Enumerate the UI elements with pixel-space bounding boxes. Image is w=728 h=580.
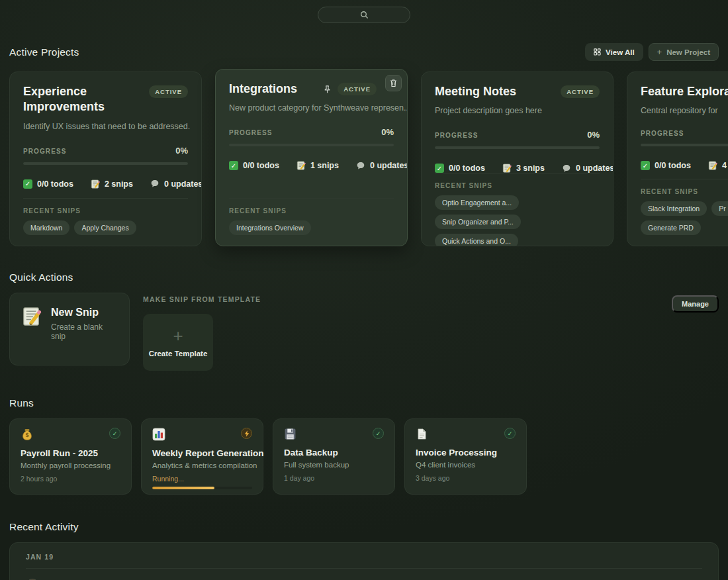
run-subtitle: Analytics & metrics compilation [152, 461, 252, 469]
progress-value: 0% [175, 146, 188, 156]
check-circle-icon: ✓ [373, 428, 384, 439]
project-title: Integrations [229, 81, 297, 97]
updates-stat: 0 updates [150, 179, 202, 189]
progress-label: PROGRESS [435, 132, 478, 139]
delete-project-button[interactable] [385, 75, 402, 91]
new-snip-title: New Snip [51, 307, 117, 318]
project-title: Experience Improvements [23, 84, 142, 115]
recent-snips-label: RECENT SNIPS [229, 207, 394, 215]
snip-chip[interactable]: Apply Changes [74, 220, 136, 235]
manage-button[interactable]: Manage [672, 295, 719, 313]
project-card-meeting-notes[interactable]: Meeting Notes ACTIVE Project description… [421, 72, 614, 246]
run-subtitle: Q4 client invoices [416, 461, 516, 469]
create-template-button[interactable]: + Create Template [143, 314, 213, 371]
view-all-button[interactable]: View All [585, 43, 643, 61]
progress-bar [435, 146, 600, 149]
project-description: Project description goes here [435, 105, 600, 117]
project-cards-row: Experience Improvements ACTIVE Identify … [9, 72, 719, 246]
run-card-weekly-report[interactable]: Weekly Report Generation Analytics & met… [141, 418, 263, 495]
snip-chip[interactable]: Integrations Overview [229, 220, 311, 235]
run-title: Invoice Processing [416, 448, 516, 458]
snip-chip[interactable]: Generate PRD [641, 220, 701, 235]
floppy-disk-icon [284, 428, 296, 440]
progress-bar [229, 144, 394, 146]
activity-timestamp: 3d ago [651, 577, 673, 580]
snip-chip[interactable]: Quick Actions and O... [435, 234, 518, 246]
project-title: Meeting Notes [435, 84, 516, 99]
grid-icon [594, 48, 601, 56]
lightning-icon [241, 428, 252, 439]
progress-bar [641, 144, 728, 146]
search-input[interactable] [318, 7, 410, 23]
status-badge: ACTIVE [338, 83, 377, 95]
project-description: Identify UX issues that need to be addre… [23, 121, 188, 132]
run-title: Data Backup [284, 448, 384, 458]
project-card-feature-exploration[interactable]: Feature Explora Central repository for P… [627, 72, 728, 246]
project-description: Central repository for [641, 105, 728, 117]
memo-pencil-icon [22, 307, 42, 352]
recent-snips-label: RECENT SNIPS [23, 207, 188, 215]
make-snip-from-template-label: MAKE SNIP FROM TEMPLATE [143, 295, 261, 303]
project-card-experience-improvements[interactable]: Experience Improvements ACTIVE Identify … [9, 72, 202, 246]
snips-stat: 2 snips [91, 179, 133, 189]
snip-chip[interactable]: Markdown [23, 220, 69, 235]
checkbox-icon: ✓ [435, 164, 444, 173]
todos-stat: ✓ 0/0 todos [23, 179, 73, 189]
new-project-button[interactable]: + New Project [649, 43, 719, 61]
snip-chip[interactable]: Snip Organizer and P... [435, 215, 521, 229]
updates-stat: 0 updates [356, 161, 408, 170]
recent-snips-label: RECENT SNIPS [435, 182, 600, 189]
project-card-integrations[interactable]: Integrations ACTIVE New product category… [215, 69, 408, 246]
runs-row: $ ✓ Payroll Run - 2025 Monthly payroll p… [9, 418, 719, 495]
quick-actions-row: New Snip Create a blank snip MAKE SNIP F… [9, 293, 719, 371]
snip-chip[interactable]: Optio Engagement a... [435, 195, 519, 210]
run-card-invoice-processing[interactable]: ✓ Invoice Processing Q4 client invoices … [404, 418, 527, 495]
memo-icon [502, 164, 512, 173]
todos-stat: ✓ 0/0 todos [229, 161, 279, 170]
pin-icon[interactable] [323, 85, 332, 94]
snip-chip[interactable]: Pr [711, 201, 728, 216]
progress-value: 0% [381, 127, 394, 137]
speech-bubble-icon [562, 164, 571, 173]
plus-icon: + [657, 48, 662, 56]
recent-snips-label: RECENT SNIPS [641, 188, 728, 195]
checkbox-icon: ✓ [229, 161, 238, 170]
snip-chip[interactable]: Slack Integration [641, 201, 707, 216]
run-card-data-backup[interactable]: ✓ Data Backup Full system backup 1 day a… [273, 418, 395, 495]
run-title: Weekly Report Generation [152, 448, 252, 458]
speech-bubble-icon [150, 179, 159, 188]
progress-value: 0% [587, 130, 600, 140]
run-timestamp: 2 hours ago [21, 475, 120, 483]
checkbox-icon: ✓ [641, 161, 650, 170]
checkbox-icon: ✓ [23, 179, 32, 189]
recent-activity-header: Recent Activity [9, 521, 719, 533]
search-icon [360, 11, 369, 19]
check-circle-icon: ✓ [504, 428, 516, 439]
recent-activity-card: JAN 19 Brian created a snip Product Disc… [9, 542, 719, 580]
recent-activity-title: Recent Activity [9, 521, 79, 533]
document-icon [416, 428, 428, 440]
memo-icon [91, 179, 100, 189]
divider [26, 568, 702, 569]
snips-stat: 3 snips [502, 164, 545, 173]
memo-icon [296, 161, 306, 170]
updates-stat: 0 updates [562, 164, 614, 173]
activity-date-label: JAN 19 [26, 553, 702, 561]
snips-stat: 1 snips [296, 161, 339, 170]
bar-chart-icon [152, 428, 165, 441]
run-card-payroll[interactable]: $ ✓ Payroll Run - 2025 Monthly payroll p… [9, 418, 132, 495]
progress-label: PROGRESS [229, 129, 272, 136]
run-timestamp: 1 day ago [284, 474, 384, 482]
run-timestamp: 3 days ago [416, 474, 516, 482]
active-projects-title: Active Projects [9, 46, 79, 58]
activity-entry: Brian created a snip Product Discussion:… [26, 577, 702, 580]
memo-icon [708, 161, 717, 170]
project-description: New product category for Synthweave repr… [229, 103, 394, 114]
new-snip-button[interactable]: New Snip Create a blank snip [9, 293, 130, 365]
snips-stat: 4 snips [708, 161, 728, 170]
plus-icon: + [173, 327, 183, 344]
runs-title: Runs [9, 397, 34, 409]
trash-icon [390, 79, 397, 87]
money-bag-icon: $ [21, 428, 34, 441]
todos-stat: ✓ 0/0 todos [641, 161, 691, 170]
